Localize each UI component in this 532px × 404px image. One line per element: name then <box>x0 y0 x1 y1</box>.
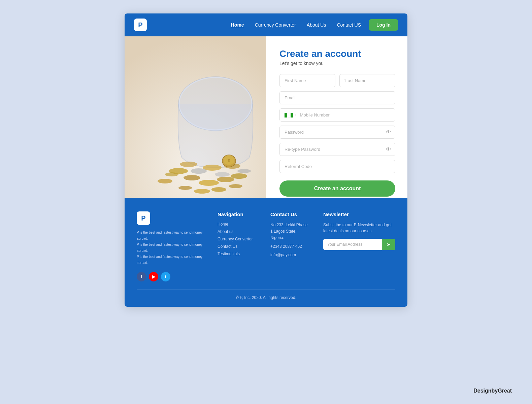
footer: P P is the best and fastest way to send … <box>125 198 407 307</box>
footer-logo[interactable]: P <box>137 211 150 225</box>
design-credit: DesignbyGreat <box>473 388 512 394</box>
nav-link-about[interactable]: About Us <box>307 22 326 28</box>
twitter-icon[interactable]: t <box>161 272 170 281</box>
main-container: P Home Currency Converter About Us Conta… <box>125 13 407 307</box>
flag-white <box>288 113 290 117</box>
footer-nav-title: Navigation <box>218 211 257 217</box>
svg-point-18 <box>237 169 251 173</box>
create-account-button[interactable]: Create an account <box>279 180 395 197</box>
footer-brand: P P is the best and fastest way to send … <box>137 211 204 281</box>
youtube-icon[interactable]: ▶ <box>149 272 158 281</box>
facebook-icon[interactable]: f <box>137 272 146 281</box>
footer-newsletter-title: Newsletter <box>323 211 395 217</box>
nav-item-about[interactable]: About Us <box>307 22 326 28</box>
newsletter-email-input[interactable] <box>323 239 382 250</box>
svg-point-7 <box>158 179 172 183</box>
coins-illustration: $ <box>125 36 266 198</box>
hero-form: Create an account Let's get to know you … <box>266 36 407 198</box>
brand-line-2: P is the best and fastest way to send mo… <box>137 242 204 254</box>
email-input[interactable] <box>279 91 395 104</box>
retype-password-wrapper: 👁 <box>279 143 395 156</box>
newsletter-desc: Subscribe to our E-Newsletter and get la… <box>323 222 395 234</box>
footer-email: info@pay.com <box>270 252 310 258</box>
svg-point-12 <box>180 162 197 167</box>
svg-point-11 <box>229 184 242 188</box>
phone-flag: + <box>285 112 297 117</box>
svg-point-17 <box>215 172 230 177</box>
footer-copyright: © P, Inc. 2020. All rights reserved. <box>137 295 395 300</box>
svg-point-16 <box>191 168 207 174</box>
flag-plus: + <box>295 112 297 117</box>
nav-item-home[interactable]: Home <box>231 22 244 28</box>
brand-line-1: P is the best and fastest way to send mo… <box>137 230 204 242</box>
footer-nav-currency[interactable]: Currency Converter <box>218 237 257 241</box>
footer-brand-desc: P is the best and fastest way to send mo… <box>137 230 204 266</box>
last-name-input[interactable] <box>339 74 395 87</box>
footer-contact-title: Contact Us <box>270 211 310 217</box>
form-subtitle: Let's get to know you <box>279 61 395 66</box>
navbar-links: Home Currency Converter About Us Contact… <box>231 22 361 28</box>
phone-wrapper: + <box>279 108 395 122</box>
footer-nav-testimonials[interactable]: Testimonials <box>218 251 257 256</box>
svg-point-6 <box>231 173 247 179</box>
nav-item-contact[interactable]: Contact US <box>337 22 361 28</box>
retype-eye-icon[interactable]: 👁 <box>386 146 391 153</box>
footer-nav-home[interactable]: Home <box>218 222 257 227</box>
design-credit-text: DesignbyGreat <box>473 388 512 394</box>
footer-nav-about[interactable]: About us <box>218 229 257 234</box>
newsletter-form: ➤ <box>323 239 395 250</box>
footer-newsletter-col: Newsletter Subscribe to our E-Newsletter… <box>323 211 395 281</box>
footer-social: f ▶ t <box>137 272 204 281</box>
footer-nav-col: Navigation Home About us Currency Conver… <box>218 211 257 281</box>
mobile-input[interactable] <box>300 109 390 121</box>
brand-line-3: P is the best and fastest way to send mo… <box>137 254 204 266</box>
footer-address: No 233, Lekki Phase 1 Lagos State, Niger… <box>270 222 310 241</box>
svg-point-9 <box>194 189 210 194</box>
first-name-input[interactable] <box>279 74 335 87</box>
password-wrapper: 👁 <box>279 126 395 139</box>
flag-green-right <box>291 113 293 117</box>
navbar: P Home Currency Converter About Us Conta… <box>125 13 407 36</box>
form-title: Create an account <box>279 48 395 59</box>
footer-nav-list: Home About us Currency Converter Contact… <box>218 222 257 256</box>
newsletter-submit-button[interactable]: ➤ <box>382 239 395 250</box>
footer-top: P P is the best and fastest way to send … <box>137 211 395 281</box>
svg-point-3 <box>184 175 200 180</box>
svg-point-5 <box>217 177 234 182</box>
name-row <box>279 74 395 87</box>
nav-link-currency[interactable]: Currency Converter <box>255 22 296 28</box>
retype-password-input[interactable] <box>279 143 395 156</box>
navbar-logo[interactable]: P <box>134 19 147 31</box>
svg-text:$: $ <box>228 159 230 163</box>
svg-point-10 <box>211 187 226 192</box>
nav-item-currency[interactable]: Currency Converter <box>255 22 296 28</box>
svg-point-15 <box>165 172 178 176</box>
password-eye-icon[interactable]: 👁 <box>386 129 391 135</box>
footer-nav-contact[interactable]: Contact Us <box>218 244 257 249</box>
flag-green-left <box>285 113 287 117</box>
nav-link-contact[interactable]: Contact US <box>337 22 361 28</box>
hero-section: $ Create an account Let's get to know yo… <box>125 36 407 198</box>
referral-input[interactable] <box>279 160 395 173</box>
svg-point-4 <box>199 180 219 186</box>
footer-phone: +2343 20877 462 <box>270 243 310 250</box>
hero-image: $ <box>125 36 266 198</box>
nav-link-home[interactable]: Home <box>231 22 244 28</box>
password-input[interactable] <box>279 126 395 139</box>
nigeria-flag <box>285 113 293 117</box>
footer-contact-col: Contact Us No 233, Lekki Phase 1 Lagos S… <box>270 211 310 281</box>
login-button[interactable]: Log In <box>369 19 398 31</box>
svg-point-8 <box>178 186 192 190</box>
footer-divider <box>137 290 395 290</box>
